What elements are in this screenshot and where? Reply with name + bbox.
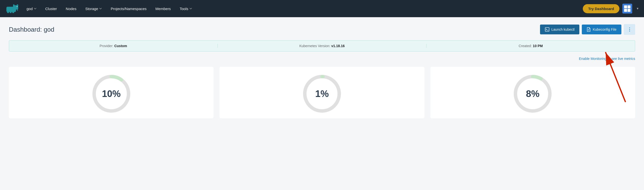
svg-rect-7 [10,11,12,13]
launch-kubectl-button[interactable]: Launch kubectl [540,24,579,34]
sidebar-item-storage[interactable]: Storage [81,0,106,17]
navbar: god Cluster Nodes Storage Projects/Names… [0,0,644,17]
svg-point-2 [13,4,14,6]
metrics-row: 10% 1% 8% [9,67,635,118]
k8s-info: Kubernetes Version: v1.18.16 [218,44,426,48]
monitoring-link-container: Enable Monitoring to see live metrics [9,56,635,61]
terminal-icon [545,27,549,32]
k8s-label: Kubernetes Version: [300,44,330,48]
sidebar-item-projects[interactable]: Projects/Namespaces [106,0,151,17]
created-label: Created: [519,44,532,48]
sidebar-item-nodes[interactable]: Nodes [62,0,81,17]
nav-items: god Cluster Nodes Storage Projects/Names… [22,0,583,17]
storage-label: Storage [85,7,98,11]
user-avatar[interactable] [622,4,632,13]
svg-rect-6 [7,11,9,13]
info-bar: Provider: Custom Kubernetes Version: v1.… [9,40,635,51]
logo[interactable] [5,3,20,14]
launch-kubectl-label: Launch kubectl [551,27,574,31]
try-dashboard-button[interactable]: Try Dashboard [583,4,620,13]
svg-rect-8 [12,11,14,13]
metric-value-cpu: 10% [102,89,121,99]
kubeconfig-label: Kubeconfig File [593,27,616,31]
sidebar-item-tools[interactable]: Tools [175,0,196,17]
enable-monitoring-link[interactable]: Enable Monitoring to see live metrics [579,57,635,61]
page-title: Dashboard: god [9,26,54,33]
page-header: Dashboard: god Launch kubectl [9,24,635,35]
members-label: Members [155,7,171,11]
projects-label: Projects/Namespaces [110,7,146,11]
metric-card-cpu: 10% [9,67,214,118]
metric-value-pods: 8% [526,89,540,99]
k8s-value: v1.18.16 [331,44,345,48]
main-content: Dashboard: god Launch kubectl [0,17,644,190]
svg-rect-9 [545,27,549,31]
metric-value-memory: 1% [315,89,329,99]
tools-label: Tools [180,7,188,11]
svg-point-5 [18,7,18,8]
god-label: god [26,7,33,11]
svg-point-4 [17,6,18,7]
more-options-button[interactable]: ⋮ [624,24,635,35]
user-menu-chevron[interactable]: ▼ [636,7,639,10]
provider-label: Provider: [100,44,113,48]
sidebar-item-cluster[interactable]: Cluster [41,0,62,17]
donut-pods: 8% [513,74,552,113]
provider-value: Custom [114,44,127,48]
donut-cpu: 10% [92,74,131,113]
provider-info: Provider: Custom [9,44,218,48]
file-icon [587,27,591,32]
donut-memory: 1% [302,74,342,113]
metric-card-pods: 8% [430,67,635,118]
kubeconfig-button[interactable]: Kubeconfig File [582,24,622,34]
header-actions: Launch kubectl Kubeconfig File ⋮ [540,24,635,35]
created-value: 10 PM [533,44,543,48]
nodes-label: Nodes [66,7,76,11]
sidebar-item-god[interactable]: god [22,0,41,17]
sidebar-item-members[interactable]: Members [151,0,175,17]
navbar-right: Try Dashboard ▼ [583,4,639,13]
cluster-label: Cluster [45,7,57,11]
created-info: Created: 10 PM [426,44,635,48]
svg-point-3 [17,4,18,6]
metric-card-memory: 1% [220,67,424,118]
